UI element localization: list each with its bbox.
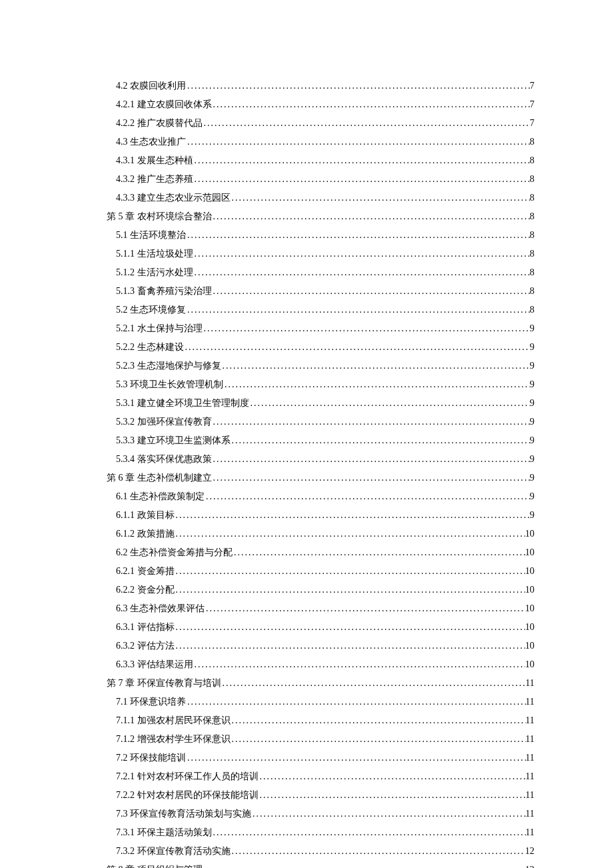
toc-entry[interactable]: 第 6 章 生态补偿机制建立9 <box>107 469 534 487</box>
toc-entry[interactable]: 4.3.2 推广生态养殖8 <box>107 170 534 189</box>
toc-entry[interactable]: 7.3 环保宣传教育活动策划与实施11 <box>107 805 534 823</box>
toc-dot-leader <box>193 263 530 282</box>
toc-entry[interactable]: 6.1 生态补偿政策制定9 <box>107 487 534 506</box>
toc-entry-label: 7.2.2 针对农村居民的环保技能培训 <box>116 786 259 805</box>
toc-dot-leader <box>175 562 526 581</box>
toc-entry[interactable]: 6.3.2 评估方法 10 <box>107 637 534 655</box>
toc-entry-label: 第 6 章 生态补偿机制建立 <box>107 469 212 487</box>
toc-entry[interactable]: 6.3.3 评估结果运用10 <box>107 655 534 674</box>
toc-entry-page: 8 <box>530 245 534 263</box>
toc-entry[interactable]: 5.2 生态环境修复8 <box>107 301 534 319</box>
toc-dot-leader <box>186 77 530 95</box>
toc-entry-page: 10 <box>525 562 534 581</box>
toc-entry-label: 7.1.1 加强农村居民环保意识 <box>116 711 231 730</box>
toc-dot-leader <box>205 599 525 618</box>
toc-dot-leader <box>221 674 526 693</box>
toc-entry[interactable]: 7.3.2 环保宣传教育活动实施12 <box>107 842 534 861</box>
toc-entry[interactable]: 4.3 生态农业推广8 <box>107 133 534 151</box>
toc-entry[interactable]: 6.2.2 资金分配 10 <box>107 581 534 599</box>
toc-entry[interactable]: 5.2.2 生态林建设9 <box>107 338 534 357</box>
toc-entry-page: 10 <box>525 543 534 562</box>
toc-dot-leader <box>212 282 530 301</box>
toc-entry-page: 10 <box>525 525 534 543</box>
toc-dot-leader <box>186 749 526 767</box>
toc-entry-label: 5.2.3 生态湿地保护与修复 <box>116 357 221 375</box>
toc-entry-page: 11 <box>526 805 534 823</box>
toc-entry-page: 9 <box>530 394 534 413</box>
toc-entry[interactable]: 5.2.3 生态湿地保护与修复9 <box>107 357 534 375</box>
toc-entry[interactable]: 4.3.1 发展生态种植8 <box>107 151 534 170</box>
toc-entry-label: 6.3 生态补偿效果评估 <box>116 599 205 618</box>
toc-entry[interactable]: 7.2 环保技能培训11 <box>107 749 534 767</box>
toc-dot-leader <box>212 413 530 431</box>
toc-entry-page: 8 <box>530 207 534 226</box>
toc-dot-leader <box>193 245 530 263</box>
toc-entry[interactable]: 6.2 生态补偿资金筹措与分配10 <box>107 543 534 562</box>
toc-entry-label: 5.3.3 建立环境卫生监测体系 <box>116 431 231 450</box>
toc-entry-page: 9 <box>530 413 534 431</box>
toc-entry[interactable]: 7.1 环保意识培养11 <box>107 693 534 711</box>
toc-entry-label: 6.1.1 政策目标 <box>116 506 175 525</box>
toc-entry[interactable]: 5.3.1 建立健全环境卫生管理制度9 <box>107 394 534 413</box>
toc-entry[interactable]: 6.2.1 资金筹措 10 <box>107 562 534 581</box>
toc-entry-page: 11 <box>526 767 534 786</box>
toc-entry[interactable]: 7.2.1 针对农村环保工作人员的培训11 <box>107 767 534 786</box>
toc-entry[interactable]: 第 7 章 环保宣传教育与培训11 <box>107 674 534 693</box>
toc-entry-page: 9 <box>530 319 534 338</box>
toc-dot-leader <box>205 487 530 506</box>
toc-entry-label: 6.3.2 评估方法 <box>116 637 175 655</box>
toc-dot-leader <box>175 506 530 525</box>
toc-entry[interactable]: 4.3.3 建立生态农业示范园区8 <box>107 189 534 207</box>
toc-dot-leader <box>212 207 530 226</box>
toc-entry[interactable]: 6.1.2 政策措施 10 <box>107 525 534 543</box>
toc-entry[interactable]: 5.3.4 落实环保优惠政策9 <box>107 450 534 469</box>
toc-page: 4.2 农膜回收利用74.2.1 建立农膜回收体系74.2.2 推广农膜替代品7… <box>0 0 613 868</box>
toc-entry[interactable]: 7.1.2 增强农村学生环保意识11 <box>107 730 534 749</box>
toc-entry-page: 9 <box>530 450 534 469</box>
toc-entry-label: 5.3.1 建立健全环境卫生管理制度 <box>116 394 249 413</box>
toc-entry-label: 6.3.1 评估指标 <box>116 618 175 637</box>
toc-entry[interactable]: 7.1.1 加强农村居民环保意识11 <box>107 711 534 730</box>
toc-entry-label: 5.2 生态环境修复 <box>116 301 186 319</box>
toc-dot-leader <box>186 226 530 245</box>
toc-entry[interactable]: 5.3.2 加强环保宣传教育9 <box>107 413 534 431</box>
toc-entry-page: 8 <box>530 170 534 189</box>
toc-entry-page: 8 <box>530 282 534 301</box>
toc-dot-leader <box>212 823 526 842</box>
toc-entry[interactable]: 5.1.3 畜禽养殖污染治理8 <box>107 282 534 301</box>
toc-entry[interactable]: 6.3.1 评估指标 10 <box>107 618 534 637</box>
toc-entry-label: 5.1.2 生活污水处理 <box>116 263 193 282</box>
toc-entry[interactable]: 7.3.1 环保主题活动策划 11 <box>107 823 534 842</box>
toc-entry[interactable]: 6.3 生态补偿效果评估10 <box>107 599 534 618</box>
toc-entry[interactable]: 第 5 章 农村环境综合整治8 <box>107 207 534 226</box>
toc-entry[interactable]: 7.2.2 针对农村居民的环保技能培训11 <box>107 786 534 805</box>
toc-entry[interactable]: 5.3 环境卫生长效管理机制9 <box>107 375 534 394</box>
toc-entry-page: 12 <box>525 861 534 868</box>
toc-dot-leader <box>212 469 530 487</box>
toc-entry-label: 7.1 环保意识培养 <box>116 693 186 711</box>
toc-entry-label: 5.1.1 生活垃圾处理 <box>116 245 193 263</box>
toc-entry-label: 6.2.1 资金筹措 <box>116 562 175 581</box>
toc-entry[interactable]: 5.1.2 生活污水处理8 <box>107 263 534 282</box>
toc-dot-leader <box>231 431 530 450</box>
toc-entry-page: 11 <box>526 749 534 767</box>
toc-entry[interactable]: 6.1.1 政策目标9 <box>107 506 534 525</box>
toc-entry[interactable]: 5.1.1 生活垃圾处理8 <box>107 245 534 263</box>
toc-entry-label: 6.3.3 评估结果运用 <box>116 655 193 674</box>
toc-entry[interactable]: 4.2 农膜回收利用7 <box>107 77 534 95</box>
toc-dot-leader <box>186 133 530 151</box>
toc-entry-label: 7.3 环保宣传教育活动策划与实施 <box>116 805 251 823</box>
toc-dot-leader <box>186 693 526 711</box>
toc-entry[interactable]: 5.1 生活环境整治8 <box>107 226 534 245</box>
toc-entry-label: 4.3 生态农业推广 <box>116 133 186 151</box>
toc-entry-page: 11 <box>526 786 534 805</box>
toc-dot-leader <box>175 581 526 599</box>
toc-entry[interactable]: 5.3.3 建立环境卫生监测体系9 <box>107 431 534 450</box>
toc-entry[interactable]: 第 8 章 项目组织与管理12 <box>107 861 534 868</box>
toc-entry[interactable]: 4.2.2 推广农膜替代品7 <box>107 114 534 133</box>
toc-entry[interactable]: 5.2.1 水土保持与治理9 <box>107 319 534 338</box>
toc-dot-leader <box>221 357 530 375</box>
toc-dot-leader <box>249 394 530 413</box>
toc-entry-label: 7.3.1 环保主题活动策划 <box>116 823 212 842</box>
toc-entry[interactable]: 4.2.1 建立农膜回收体系7 <box>107 95 534 114</box>
